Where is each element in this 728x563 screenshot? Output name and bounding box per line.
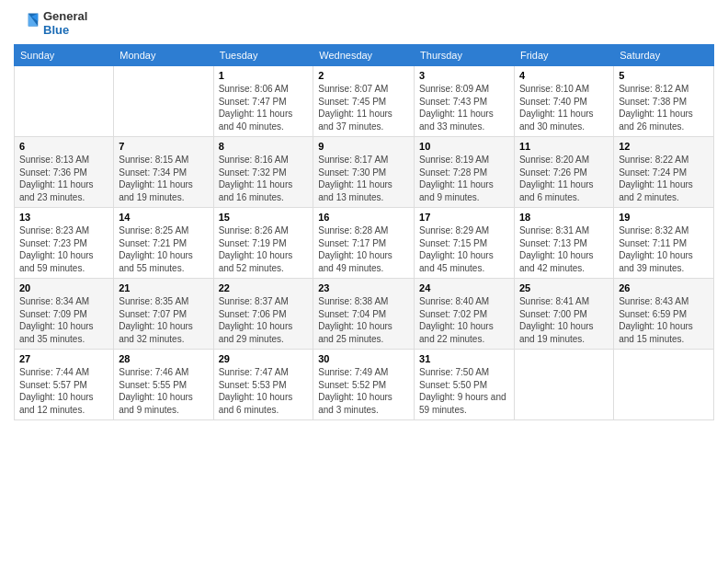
day-cell [15,66,114,137]
day-number: 27 [19,353,108,364]
day-number: 16 [318,212,409,223]
day-number: 5 [619,70,709,81]
day-number: 25 [519,282,609,293]
weekday-header-saturday: Saturday [614,45,714,66]
day-cell: 26Sunrise: 8:43 AMSunset: 6:59 PMDayligh… [614,279,714,350]
day-number: 1 [219,70,309,81]
day-info: Sunrise: 8:07 AMSunset: 7:45 PMDaylight:… [318,83,409,132]
weekday-header-thursday: Thursday [415,45,515,66]
week-row-2: 6Sunrise: 8:13 AMSunset: 7:36 PMDaylight… [15,137,714,208]
day-number: 31 [419,353,509,364]
day-number: 22 [219,282,309,293]
day-info: Sunrise: 8:06 AMSunset: 7:47 PMDaylight:… [219,83,309,132]
day-info: Sunrise: 8:19 AMSunset: 7:28 PMDaylight:… [419,154,509,203]
day-info: Sunrise: 8:37 AMSunset: 7:06 PMDaylight:… [219,295,309,345]
day-number: 3 [419,70,509,81]
weekday-header-friday: Friday [514,45,613,66]
day-cell: 25Sunrise: 8:41 AMSunset: 7:00 PMDayligh… [514,279,613,350]
day-cell: 20Sunrise: 8:34 AMSunset: 7:09 PMDayligh… [15,279,114,350]
day-info: Sunrise: 8:34 AMSunset: 7:09 PMDaylight:… [19,295,108,345]
day-cell: 7Sunrise: 8:15 AMSunset: 7:34 PMDaylight… [114,137,213,208]
week-row-4: 20Sunrise: 8:34 AMSunset: 7:09 PMDayligh… [15,279,714,350]
day-number: 11 [519,141,609,152]
weekday-header-tuesday: Tuesday [213,45,313,66]
day-info: Sunrise: 8:20 AMSunset: 7:26 PMDaylight:… [519,154,609,203]
day-number: 4 [519,70,609,81]
day-cell: 28Sunrise: 7:46 AMSunset: 5:55 PMDayligh… [114,350,213,420]
day-number: 14 [119,212,208,223]
header: General Blue [14,9,714,37]
day-info: Sunrise: 8:15 AMSunset: 7:34 PMDaylight:… [119,154,208,203]
day-number: 30 [318,353,409,364]
day-number: 19 [619,212,709,223]
day-cell: 11Sunrise: 8:20 AMSunset: 7:26 PMDayligh… [514,137,613,208]
day-info: Sunrise: 8:31 AMSunset: 7:13 PMDaylight:… [519,224,609,274]
day-info: Sunrise: 8:10 AMSunset: 7:40 PMDaylight:… [519,83,609,132]
day-number: 18 [519,212,609,223]
logo: General Blue [14,9,87,37]
day-cell: 31Sunrise: 7:50 AMSunset: 5:50 PMDayligh… [415,350,515,420]
day-cell: 14Sunrise: 8:25 AMSunset: 7:21 PMDayligh… [114,208,213,279]
week-row-1: 1Sunrise: 8:06 AMSunset: 7:47 PMDaylight… [15,66,714,137]
day-cell: 22Sunrise: 8:37 AMSunset: 7:06 PMDayligh… [213,279,313,350]
day-info: Sunrise: 8:23 AMSunset: 7:23 PMDaylight:… [19,224,108,274]
day-number: 7 [119,141,208,152]
day-number: 6 [19,141,108,152]
logo-icon [14,10,40,36]
week-row-3: 13Sunrise: 8:23 AMSunset: 7:23 PMDayligh… [15,208,714,279]
day-number: 24 [419,282,509,293]
day-info: Sunrise: 7:49 AMSunset: 5:52 PMDaylight:… [318,366,409,416]
day-cell: 6Sunrise: 8:13 AMSunset: 7:36 PMDaylight… [15,137,114,208]
week-row-5: 27Sunrise: 7:44 AMSunset: 5:57 PMDayligh… [15,350,714,420]
day-cell: 23Sunrise: 8:38 AMSunset: 7:04 PMDayligh… [313,279,415,350]
day-info: Sunrise: 7:44 AMSunset: 5:57 PMDaylight:… [19,366,108,416]
day-cell: 21Sunrise: 8:35 AMSunset: 7:07 PMDayligh… [114,279,213,350]
day-info: Sunrise: 8:26 AMSunset: 7:19 PMDaylight:… [219,224,309,274]
day-cell: 10Sunrise: 8:19 AMSunset: 7:28 PMDayligh… [415,137,515,208]
day-cell [614,350,714,420]
day-info: Sunrise: 7:46 AMSunset: 5:55 PMDaylight:… [119,366,208,416]
day-info: Sunrise: 8:22 AMSunset: 7:24 PMDaylight:… [619,154,709,203]
day-number: 13 [19,212,108,223]
weekday-header-sunday: Sunday [15,45,114,66]
day-number: 2 [318,70,409,81]
day-cell: 2Sunrise: 8:07 AMSunset: 7:45 PMDaylight… [313,66,415,137]
weekday-header-monday: Monday [114,45,213,66]
day-number: 29 [219,353,309,364]
day-cell: 24Sunrise: 8:40 AMSunset: 7:02 PMDayligh… [415,279,515,350]
page: General Blue SundayMondayTuesdayWednesda… [0,0,728,563]
day-cell: 8Sunrise: 8:16 AMSunset: 7:32 PMDaylight… [213,137,313,208]
day-cell: 3Sunrise: 8:09 AMSunset: 7:43 PMDaylight… [415,66,515,137]
day-info: Sunrise: 8:13 AMSunset: 7:36 PMDaylight:… [19,154,108,203]
day-number: 28 [119,353,208,364]
day-cell: 13Sunrise: 8:23 AMSunset: 7:23 PMDayligh… [15,208,114,279]
day-info: Sunrise: 8:28 AMSunset: 7:17 PMDaylight:… [318,224,409,274]
day-number: 20 [19,282,108,293]
day-info: Sunrise: 8:35 AMSunset: 7:07 PMDaylight:… [119,295,208,345]
day-number: 21 [119,282,208,293]
day-cell: 29Sunrise: 7:47 AMSunset: 5:53 PMDayligh… [213,350,313,420]
day-info: Sunrise: 8:09 AMSunset: 7:43 PMDaylight:… [419,83,509,132]
day-cell: 9Sunrise: 8:17 AMSunset: 7:30 PMDaylight… [313,137,415,208]
day-number: 17 [419,212,509,223]
logo-text: General Blue [43,9,87,37]
day-cell: 17Sunrise: 8:29 AMSunset: 7:15 PMDayligh… [415,208,515,279]
weekday-header-wednesday: Wednesday [313,45,415,66]
calendar-table: SundayMondayTuesdayWednesdayThursdayFrid… [14,44,714,420]
day-cell: 4Sunrise: 8:10 AMSunset: 7:40 PMDaylight… [514,66,613,137]
day-cell: 18Sunrise: 8:31 AMSunset: 7:13 PMDayligh… [514,208,613,279]
weekday-header-row: SundayMondayTuesdayWednesdayThursdayFrid… [15,45,714,66]
day-info: Sunrise: 8:25 AMSunset: 7:21 PMDaylight:… [119,224,208,274]
day-number: 15 [219,212,309,223]
day-cell: 5Sunrise: 8:12 AMSunset: 7:38 PMDaylight… [614,66,714,137]
day-cell [514,350,613,420]
day-info: Sunrise: 8:40 AMSunset: 7:02 PMDaylight:… [419,295,509,345]
day-number: 26 [619,282,709,293]
day-cell: 19Sunrise: 8:32 AMSunset: 7:11 PMDayligh… [614,208,714,279]
day-info: Sunrise: 8:41 AMSunset: 7:00 PMDaylight:… [519,295,609,345]
day-info: Sunrise: 7:50 AMSunset: 5:50 PMDaylight:… [419,366,509,416]
day-number: 9 [318,141,409,152]
day-info: Sunrise: 8:43 AMSunset: 6:59 PMDaylight:… [619,295,709,345]
day-cell: 1Sunrise: 8:06 AMSunset: 7:47 PMDaylight… [213,66,313,137]
day-cell: 27Sunrise: 7:44 AMSunset: 5:57 PMDayligh… [15,350,114,420]
